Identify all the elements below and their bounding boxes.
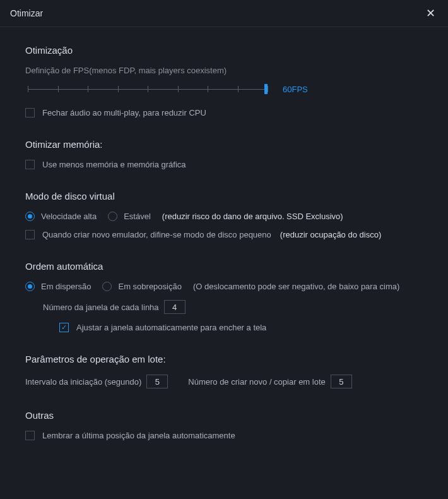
content: Otimização Definição de FPS(menos FDP, m… [0, 27, 448, 474]
remember-pos-checkbox[interactable] [25, 431, 35, 440]
section-batch: Parâmetros de operação em lote: Interval… [25, 354, 423, 388]
batch-count-label: Número de criar novo / copiar em lote [188, 377, 325, 387]
disk-heading: Modo de disco virtual [25, 191, 423, 201]
batch-count-input[interactable] [331, 375, 352, 388]
section-optimization: Otimização Definição de FPS(menos FDP, m… [25, 45, 423, 117]
section-order: Ordem automática Em dispersão Em sobrepo… [25, 261, 423, 332]
close-icon[interactable]: ✕ [423, 6, 438, 20]
auto-fit-checkbox[interactable]: ✓ [59, 323, 69, 332]
small-disk-label: Quando criar novo emulador, difine-se mo… [42, 230, 271, 239]
batch-heading: Parâmetros de operação em lote: [25, 354, 423, 364]
memory-heading: Otimizar memória: [25, 139, 423, 150]
close-audio-checkbox[interactable] [25, 108, 35, 117]
order-overlap-radio[interactable] [102, 282, 112, 291]
disk-stable-radio[interactable] [108, 212, 117, 221]
fps-slider-handle[interactable] [264, 84, 268, 94]
disk-high-speed-radio[interactable] [25, 212, 35, 221]
windows-per-line-input[interactable] [164, 300, 186, 314]
small-disk-checkbox[interactable] [25, 230, 35, 239]
order-heading: Ordem automática [25, 261, 423, 272]
optimization-heading: Otimização [25, 45, 423, 56]
order-overlap-note: (O deslocamento pode ser negativo, de ba… [193, 282, 399, 291]
fps-slider[interactable] [28, 83, 268, 95]
order-scatter-radio[interactable] [25, 282, 35, 291]
use-less-memory-label: Use menos memória e memória gráfica [42, 160, 186, 169]
order-scatter-label: Em dispersão [41, 282, 91, 291]
disk-stable-note: (reduzir risco do dano de arquivo. SSD E… [162, 212, 343, 221]
order-overlap-label: Em sobreposição [118, 282, 181, 291]
interval-label: Intervalo da iniciação (segundo) [25, 377, 141, 387]
close-audio-label: Fechar áudio ao multi-play, para reduzir… [42, 108, 206, 117]
disk-stable-label: Estável [124, 212, 151, 221]
other-heading: Outras [25, 410, 423, 421]
section-disk: Modo de disco virtual Velocidade alta Es… [25, 191, 423, 239]
use-less-memory-checkbox[interactable] [25, 160, 35, 169]
titlebar: Otimizar ✕ [0, 0, 448, 27]
small-disk-note: (reduzir ocupação do disco) [280, 230, 381, 239]
disk-high-speed-label: Velocidade alta [41, 212, 97, 221]
remember-pos-label: Lembrar a última posição da janela autom… [42, 431, 235, 440]
windows-per-line-label: Número da janela de cada linha [43, 303, 159, 312]
section-other: Outras Lembrar a última posição da janel… [25, 410, 423, 440]
fps-value: 60FPS [283, 85, 308, 94]
fps-label: Definição de FPS(menos FDP, mais players… [25, 66, 423, 75]
window-title: Otimizar [10, 8, 43, 18]
auto-fit-label: Ajustar a janela automaticamente para en… [76, 323, 266, 332]
section-memory: Otimizar memória: Use menos memória e me… [25, 139, 423, 169]
interval-input[interactable] [146, 375, 168, 388]
